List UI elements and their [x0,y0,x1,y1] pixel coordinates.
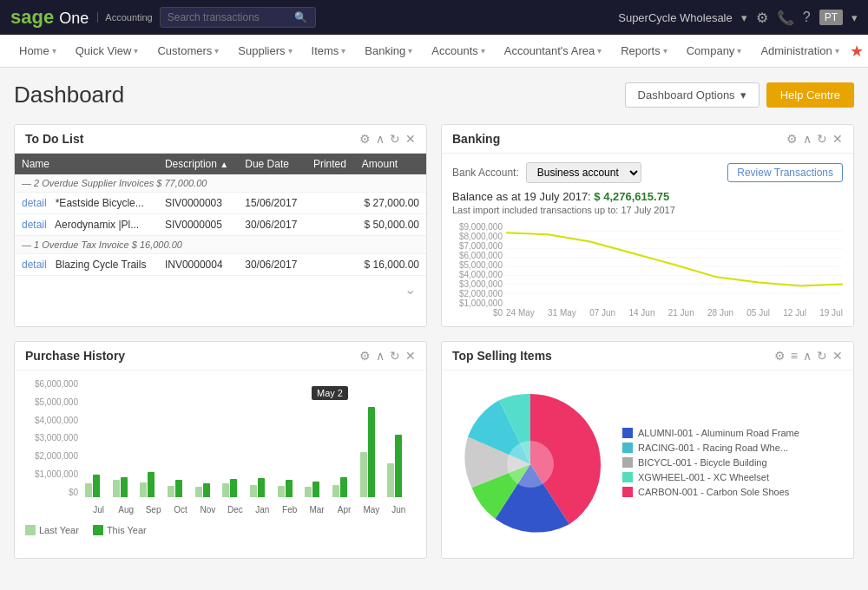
menu-items[interactable]: Items ▾ [303,37,355,64]
todo-col-name: Name [15,154,158,174]
table-row: detail Aerodynamix |Pl... SIV0000005 30/… [15,214,426,236]
menu-customers-arrow: ▾ [214,46,219,56]
chart-svg-area [506,222,843,302]
todo-desc-2: SIV0000005 [158,214,238,236]
bar-last-year [305,487,312,497]
pie-legend-item-4: XGWHEEL-001 - XC Wheelset [622,472,799,482]
search-icon: 🔍 [294,11,307,23]
header-buttons: Dashboard Options ▾ Help Centre [625,82,854,108]
bar-group [85,475,110,497]
bar-group [305,482,330,497]
banking-settings-icon[interactable]: ⚙ [786,132,798,146]
user-avatar[interactable]: PT [819,10,843,25]
page-header: Dashboard Dashboard Options ▾ Help Centr… [14,82,854,108]
todo-body: Name Description ▲ Due Date Printed Amou… [15,154,426,303]
bank-account-label: Bank Account: [452,167,519,179]
menu-company[interactable]: Company ▾ [678,37,751,64]
todo-detail-label-2[interactable]: detail Aerodynamix |Pl... [15,214,158,236]
bar-this-year [312,482,319,497]
review-transactions-button[interactable]: Review Transactions [727,163,843,182]
pie-legend-dot-3 [622,457,633,468]
help-icon[interactable]: ? [803,10,811,25]
pie-legend-label-3: BICYCL-001 - Bicycle Building [638,457,767,468]
top-selling-refresh-icon[interactable]: ↻ [817,349,827,363]
pie-legend-label-5: CARBON-001 - Carbon Sole Shoes [638,487,789,497]
pie-legend-label-4: XGWHEEL-001 - XC Wheelset [638,472,769,482]
search-input[interactable] [168,11,289,23]
todo-detail-label[interactable]: detail *Eastside Bicycle... [15,193,158,214]
menu-accounts[interactable]: Accounts ▾ [423,37,493,64]
menu-suppliers[interactable]: Suppliers ▾ [229,37,300,64]
favorites-star-icon[interactable]: ★ [850,42,864,61]
bar-this-year [340,477,347,497]
menu-customers[interactable]: Customers ▾ [148,37,227,64]
company-dropdown-icon[interactable]: ▾ [741,11,747,24]
menu-administration[interactable]: Administration ▾ [752,37,847,64]
help-centre-button[interactable]: Help Centre [766,82,854,108]
todo-amount-1: $ 27,000.00 [355,193,426,214]
pie-legend-label-1: ALUMNI-001 - Aluminum Road Frame [638,428,799,438]
menu-company-arrow: ▾ [737,46,741,56]
user-dropdown-icon[interactable]: ▾ [852,11,858,24]
todo-title: To Do List [25,132,354,146]
pie-chart-svg [452,386,608,542]
purchase-close-icon[interactable]: ✕ [405,349,416,363]
top-selling-header: Top Selling Items ⚙ ≡ ∧ ↻ ✕ [442,342,853,370]
todo-close-icon[interactable]: ✕ [405,132,416,146]
menu-home[interactable]: Home ▾ [10,37,65,64]
logo-sage: sage One [10,6,89,29]
purchase-collapse-icon[interactable]: ∧ [376,349,385,363]
todo-col-duedate: Due Date [238,154,306,174]
svg-point-8 [507,441,554,488]
balance-amount: $ 4,276,615.75 [594,190,669,203]
banking-refresh-icon[interactable]: ↻ [817,132,827,146]
pie-legend-dot-2 [622,442,633,453]
settings-icon[interactable]: ⚙ [756,10,768,26]
bar-this-year [258,478,265,497]
top-selling-close-icon[interactable]: ✕ [832,349,843,363]
todo-printed-1 [306,193,355,214]
menu-accountant[interactable]: Accountant's Area ▾ [496,37,610,64]
top-widgets-row: To Do List ⚙ ∧ ↻ ✕ Name Description ▲ Du… [14,124,854,327]
purchase-refresh-icon[interactable]: ↻ [390,349,400,363]
top-selling-list-icon[interactable]: ≡ [791,349,798,363]
pie-legend-item-1: ALUMNI-001 - Aluminum Road Frame [622,428,799,438]
menu-reports-arrow: ▾ [663,46,667,56]
todo-detail-label-3[interactable]: detail Blazing Cycle Trails [15,254,158,276]
bar-last-year [387,463,394,497]
todo-settings-icon[interactable]: ⚙ [359,132,371,146]
banking-line-chart: $9,000,000 $8,000,000 $7,000,000 $6,000,… [452,222,843,318]
todo-refresh-icon[interactable]: ↻ [390,132,400,146]
bar-chart-bars [82,379,416,497]
bank-import-note: Last import included transactions up to:… [452,205,843,215]
top-selling-collapse-icon[interactable]: ∧ [803,349,812,363]
main-content: Dashboard Dashboard Options ▾ Help Centr… [0,68,868,587]
todo-widget-header: To Do List ⚙ ∧ ↻ ✕ [15,125,426,154]
top-selling-settings-icon[interactable]: ⚙ [774,349,786,363]
search-bar[interactable]: 🔍 [160,7,316,28]
bank-balance: Balance as at 19 July 2017: $ 4,276,615.… [452,190,843,203]
menu-banking[interactable]: Banking ▾ [356,37,421,64]
bar-chart-y-labels: $6,000,000 $5,000,000 $4,000,000 $3,000,… [25,379,82,497]
dashboard-options-button[interactable]: Dashboard Options ▾ [625,82,760,108]
purchase-history-body: $6,000,000 $5,000,000 $4,000,000 $3,000,… [15,370,426,544]
todo-collapse-icon[interactable]: ∧ [376,132,385,146]
banking-close-icon[interactable]: ✕ [832,132,843,146]
logo-area: sage One Accounting [10,6,153,29]
purchase-history-header: Purchase History ⚙ ∧ ↻ ✕ [15,342,426,370]
bar-this-year [175,480,182,497]
bank-account-select[interactable]: Business account [526,162,641,183]
menu-administration-arrow: ▾ [835,46,839,56]
banking-collapse-icon[interactable]: ∧ [803,132,812,146]
chart-x-axis-labels: 24 May 31 May 07 Jun 14 Jun 21 Jun 28 Ju… [506,302,843,318]
purchase-settings-icon[interactable]: ⚙ [359,349,371,363]
bar-last-year [332,485,339,497]
bar-this-year [93,475,100,497]
bar-group [250,478,275,497]
todo-col-printed: Printed [306,154,355,174]
todo-printed-3 [306,254,355,276]
phone-icon[interactable]: 📞 [777,10,794,26]
menu-reports[interactable]: Reports ▾ [612,37,676,64]
menu-quickview[interactable]: Quick View ▾ [67,37,148,64]
top-selling-body: ALUMNI-001 - Aluminum Road Frame RACING-… [442,370,853,558]
